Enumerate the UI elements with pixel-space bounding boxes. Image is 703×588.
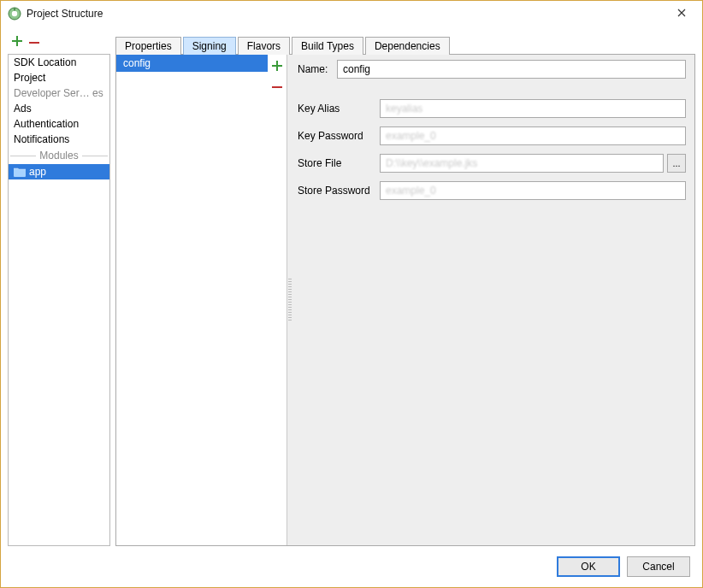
remove-module-button[interactable] bbox=[28, 37, 40, 49]
add-module-button[interactable] bbox=[11, 35, 23, 50]
content-area: SDK Location Project Developer Ser… es A… bbox=[1, 26, 702, 546]
config-list-wrap: config bbox=[116, 55, 287, 545]
signing-form: Name: Key Alias Key Password Store File bbox=[292, 55, 694, 545]
key-password-input[interactable] bbox=[380, 126, 686, 145]
store-file-input[interactable] bbox=[380, 154, 664, 173]
name-input[interactable] bbox=[337, 60, 686, 79]
project-structure-window: Project Structure SDK Location Project D… bbox=[0, 0, 703, 588]
tab-signing[interactable]: Signing bbox=[183, 37, 236, 55]
sidebar-header-developer-services: Developer Ser… es bbox=[9, 85, 109, 101]
key-password-label: Key Password bbox=[298, 130, 380, 142]
sidebar-list: SDK Location Project Developer Ser… es A… bbox=[8, 54, 110, 546]
tab-properties[interactable]: Properties bbox=[115, 37, 181, 55]
app-icon bbox=[8, 7, 21, 21]
cancel-button[interactable]: Cancel bbox=[627, 556, 690, 577]
window-title: Project Structure bbox=[27, 8, 665, 20]
titlebar: Project Structure bbox=[1, 1, 702, 26]
sidebar-item-authentication[interactable]: Authentication bbox=[9, 116, 109, 132]
main-panel: Properties Signing Flavors Build Types D… bbox=[115, 32, 695, 546]
sidebar-item-app[interactable]: app bbox=[9, 164, 109, 179]
sidebar-item-project[interactable]: Project bbox=[9, 70, 109, 85]
ok-button[interactable]: OK bbox=[557, 556, 620, 577]
svg-point-1 bbox=[12, 11, 17, 16]
tab-flavors[interactable]: Flavors bbox=[238, 37, 290, 55]
config-item[interactable]: config bbox=[116, 55, 268, 72]
store-password-label: Store Password bbox=[298, 185, 380, 197]
key-alias-input[interactable] bbox=[380, 99, 686, 118]
sidebar-item-ads[interactable]: Ads bbox=[9, 101, 109, 116]
browse-store-file-button[interactable]: ... bbox=[667, 154, 686, 173]
signing-panel: config Name: bbox=[115, 54, 695, 546]
name-label: Name: bbox=[298, 63, 337, 75]
sidebar-header-modules: Modules bbox=[9, 147, 109, 164]
config-list: config bbox=[116, 55, 268, 545]
sidebar-item-label: app bbox=[29, 166, 46, 178]
tab-dependencies[interactable]: Dependencies bbox=[365, 37, 450, 55]
remove-config-button[interactable] bbox=[271, 81, 283, 96]
sidebar: SDK Location Project Developer Ser… es A… bbox=[8, 32, 110, 546]
config-list-toolbar bbox=[268, 55, 287, 545]
store-password-input[interactable] bbox=[380, 181, 686, 200]
folder-icon bbox=[14, 167, 26, 177]
store-file-label: Store File bbox=[298, 157, 380, 169]
key-alias-label: Key Alias bbox=[298, 103, 380, 115]
close-icon bbox=[677, 8, 686, 20]
splitter-grip-icon bbox=[288, 279, 292, 321]
close-button[interactable] bbox=[665, 2, 699, 26]
dialog-footer: OK Cancel bbox=[1, 546, 702, 587]
tab-build-types[interactable]: Build Types bbox=[292, 37, 363, 55]
sidebar-item-sdk-location[interactable]: SDK Location bbox=[9, 55, 109, 70]
add-config-button[interactable] bbox=[271, 60, 283, 74]
svg-rect-2 bbox=[14, 9, 15, 11]
tabs: Properties Signing Flavors Build Types D… bbox=[115, 32, 695, 54]
sidebar-toolbar bbox=[8, 32, 110, 54]
sidebar-item-notifications[interactable]: Notifications bbox=[9, 132, 109, 147]
